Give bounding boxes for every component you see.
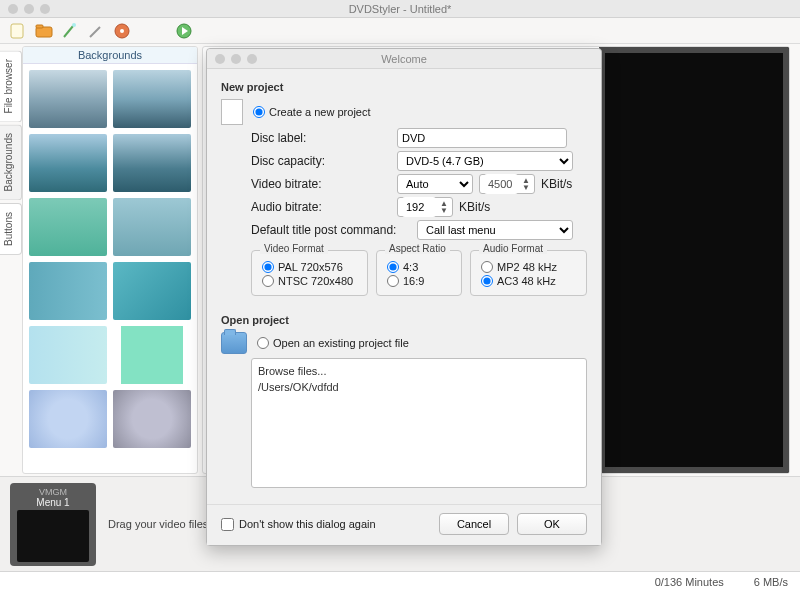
disc-capacity-select[interactable]: DVD-5 (4.7 GB): [397, 151, 573, 171]
svg-point-3: [72, 23, 76, 27]
video-bitrate-mode-select[interactable]: Auto: [397, 174, 473, 194]
background-thumb[interactable]: [29, 70, 107, 128]
radio-ntsc[interactable]: NTSC 720x480: [262, 275, 357, 287]
unit-kbit: KBit/s: [541, 177, 572, 191]
svg-rect-0: [11, 24, 23, 38]
status-rate: 6 MB/s: [754, 576, 788, 588]
minimize-icon[interactable]: [231, 54, 241, 64]
browse-files-item[interactable]: Browse files...: [258, 363, 580, 379]
new-project-form: Disc label: Disc capacity: DVD-5 (4.7 GB…: [251, 128, 587, 296]
zoom-icon[interactable]: [40, 4, 50, 14]
section-open-project: Open project: [221, 314, 587, 326]
minimize-icon[interactable]: [24, 4, 34, 14]
radio-mp2[interactable]: MP2 48 kHz: [481, 261, 576, 273]
open-folder-icon[interactable]: [34, 21, 54, 41]
create-project-radio[interactable]: Create a new project: [253, 106, 371, 118]
radio-ac3[interactable]: AC3 48 kHz: [481, 275, 576, 287]
stepper-icon[interactable]: ▲▼: [440, 200, 448, 214]
zoom-icon[interactable]: [247, 54, 257, 64]
ok-button[interactable]: OK: [517, 513, 587, 535]
label-default-cmd: Default title post command:: [251, 223, 411, 237]
radio-16-9[interactable]: 16:9: [387, 275, 451, 287]
dont-show-checkbox[interactable]: Don't show this dialog again: [221, 518, 376, 531]
video-bitrate-value[interactable]: ▲▼: [479, 174, 535, 194]
status-minutes: 0/136 Minutes: [655, 576, 724, 588]
new-project-icon: [221, 99, 243, 125]
open-project-radio[interactable]: Open an existing project file: [257, 337, 409, 349]
dialog-window-controls[interactable]: [215, 54, 257, 64]
wizard-icon[interactable]: [60, 21, 80, 41]
radio-4-3[interactable]: 4:3: [387, 261, 451, 273]
close-icon[interactable]: [8, 4, 18, 14]
menu-clip[interactable]: VMGM Menu 1: [10, 483, 96, 566]
background-thumbs: [23, 64, 197, 454]
dialog-title: Welcome: [381, 53, 427, 65]
side-tabs: File browser Backgrounds Buttons: [0, 44, 22, 476]
background-thumb[interactable]: [29, 134, 107, 192]
dialog-body: New project Create a new project Disc la…: [207, 69, 601, 504]
run-icon[interactable]: [174, 21, 194, 41]
stepper-icon[interactable]: ▲▼: [522, 177, 530, 191]
label-disc-label: Disc label:: [251, 131, 391, 145]
backgrounds-panel: Backgrounds: [22, 46, 198, 474]
background-thumb[interactable]: [113, 390, 191, 448]
cancel-button[interactable]: Cancel: [439, 513, 509, 535]
backgrounds-header: Backgrounds: [23, 47, 197, 64]
svg-rect-2: [36, 25, 43, 28]
dialog-titlebar: Welcome: [207, 49, 601, 69]
background-thumb[interactable]: [113, 70, 191, 128]
main-toolbar: [0, 18, 800, 44]
recent-projects-list[interactable]: Browse files... /Users/OK/vdfdd: [251, 358, 587, 488]
background-thumb[interactable]: [29, 390, 107, 448]
section-new-project: New project: [221, 81, 587, 93]
app-title: DVDStyler - Untitled*: [349, 3, 452, 15]
background-thumb[interactable]: [29, 198, 107, 256]
group-audio-format: Audio Format MP2 48 kHz AC3 48 kHz: [470, 250, 587, 296]
disc-label-input[interactable]: [397, 128, 567, 148]
settings-wand-icon[interactable]: [86, 21, 106, 41]
background-thumb[interactable]: [113, 134, 191, 192]
audio-bitrate-value[interactable]: ▲▼: [397, 197, 453, 217]
disc-icon[interactable]: [112, 21, 132, 41]
group-aspect-ratio: Aspect Ratio 4:3 16:9: [376, 250, 462, 296]
background-thumb[interactable]: [29, 262, 107, 320]
clip-label-name: Menu 1: [36, 497, 69, 508]
group-video-format: Video Format PAL 720x576 NTSC 720x480: [251, 250, 368, 296]
tab-file-browser[interactable]: File browser: [0, 50, 22, 122]
open-folder-icon: [221, 332, 247, 354]
recent-file-item[interactable]: /Users/OK/vdfdd: [258, 379, 580, 395]
app-titlebar: DVDStyler - Untitled*: [0, 0, 800, 18]
clip-preview: [17, 510, 89, 562]
welcome-dialog: Welcome New project Create a new project…: [206, 48, 602, 546]
tab-buttons[interactable]: Buttons: [0, 203, 22, 255]
background-thumb[interactable]: [113, 326, 191, 384]
label-audio-bitrate: Audio bitrate:: [251, 200, 391, 214]
window-controls[interactable]: [8, 4, 50, 14]
unit-kbit: KBit/s: [459, 200, 490, 214]
dialog-footer: Don't show this dialog again Cancel OK: [207, 504, 601, 545]
tab-backgrounds[interactable]: Backgrounds: [0, 124, 22, 200]
status-bar: 0/136 Minutes 6 MB/s: [0, 571, 800, 591]
new-file-icon[interactable]: [8, 21, 28, 41]
close-icon[interactable]: [215, 54, 225, 64]
label-video-bitrate: Video bitrate:: [251, 177, 391, 191]
background-thumb[interactable]: [113, 262, 191, 320]
label-disc-capacity: Disc capacity:: [251, 154, 391, 168]
clip-label-top: VMGM: [39, 487, 67, 497]
background-thumb[interactable]: [29, 326, 107, 384]
default-cmd-select[interactable]: Call last menu: [417, 220, 573, 240]
preview-canvas[interactable]: [599, 47, 789, 473]
radio-pal[interactable]: PAL 720x576: [262, 261, 357, 273]
background-thumb[interactable]: [113, 198, 191, 256]
svg-point-5: [120, 29, 124, 33]
